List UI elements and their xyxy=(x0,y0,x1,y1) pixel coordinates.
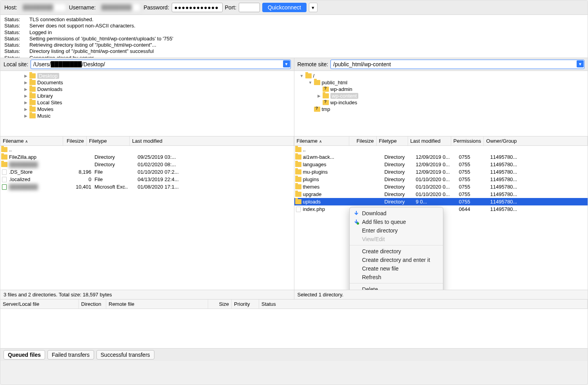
folder-icon xyxy=(29,80,36,85)
tree-item[interactable]: ▶Documents xyxy=(0,79,294,86)
folder-icon xyxy=(295,169,301,174)
remote-tree-panel: Remote site: ▼ ▼/▼public_htmlwp-admin▶wp… xyxy=(294,58,588,136)
tree-item[interactable]: ▼/ xyxy=(294,73,588,79)
username-label: Username: xyxy=(69,4,96,11)
tree-item[interactable]: ▶wp-content xyxy=(294,93,588,99)
ctx-refresh[interactable]: Refresh xyxy=(350,273,443,281)
chevron-down-icon[interactable]: ▼ xyxy=(283,60,290,67)
file-icon xyxy=(2,177,7,182)
download-icon xyxy=(354,211,359,216)
local-tree-panel: Local site: ▼ ▶Desktop▶Documents▶Downloa… xyxy=(0,58,294,136)
folder-icon xyxy=(29,107,36,112)
remote-file-header[interactable]: Filename ∧ Filesize Filetype Last modifi… xyxy=(294,136,588,146)
password-label: Password: xyxy=(143,4,169,11)
chevron-down-icon[interactable]: ▼ xyxy=(577,60,584,67)
ctx-mkdirenter[interactable]: Create directory and enter it xyxy=(350,256,443,264)
queue-col[interactable]: Direction xyxy=(79,300,106,309)
folder-icon xyxy=(29,73,36,78)
tree-item[interactable]: ▶Movies xyxy=(0,106,294,113)
ctx-enter[interactable]: Enter directory xyxy=(350,226,443,235)
table-row[interactable]: ████████Directory01/02/2020 08:... xyxy=(0,161,294,168)
folder-icon xyxy=(1,154,7,160)
tree-item[interactable]: ▶Library xyxy=(0,93,294,99)
local-path-input[interactable] xyxy=(31,60,290,69)
connection-toolbar: Host: Username: Password: Port: Quickcon… xyxy=(0,0,588,15)
table-row[interactable]: upgradeDirectory01/10/2020 0...075511495… xyxy=(294,191,588,198)
folder-icon xyxy=(29,87,36,92)
log-row: Status:Connection closed by server xyxy=(4,55,584,58)
local-file-header[interactable]: Filename ∧ Filesize Filetype Last modifi… xyxy=(0,136,294,146)
table-row[interactable]: .localized0File04/13/2019 22:4... xyxy=(0,176,294,183)
folder-icon xyxy=(323,93,329,98)
host-input[interactable] xyxy=(20,3,67,12)
table-row[interactable]: FileZilla.appDirectory09/25/2019 03:... xyxy=(0,153,294,161)
tree-item[interactable]: wp-includes xyxy=(294,99,588,106)
site-trees: Local site: ▼ ▶Desktop▶Documents▶Downloa… xyxy=(0,58,588,136)
ctx-mkdir[interactable]: Create directory xyxy=(350,247,443,256)
ctx-delete[interactable]: Delete xyxy=(350,285,443,290)
log-row: Status:Server does not support non-ASCII… xyxy=(4,23,584,29)
tree-item[interactable]: ▶Desktop xyxy=(0,73,294,79)
folder-icon xyxy=(29,113,36,118)
sort-asc-icon: ∧ xyxy=(25,139,28,143)
folder-icon xyxy=(295,147,301,152)
log-row: Status:Logged in xyxy=(4,29,584,36)
folder-icon xyxy=(295,192,301,197)
queue-col[interactable]: Status xyxy=(259,300,588,309)
password-input[interactable] xyxy=(172,3,223,12)
table-row[interactable]: ai1wm-back...Directory12/09/2019 0...075… xyxy=(294,153,588,161)
queue-col[interactable]: Remote file xyxy=(106,300,208,309)
tree-item[interactable]: ▼public_html xyxy=(294,79,588,86)
ctx-addqueue[interactable]: Add files to queue xyxy=(350,218,443,226)
message-log: Status:TLS connection established.Status… xyxy=(0,15,588,58)
folder-icon xyxy=(29,93,36,98)
tree-item[interactable]: wp-admin xyxy=(294,86,588,93)
folder-icon xyxy=(314,107,320,112)
remote-path-input[interactable] xyxy=(330,60,584,69)
table-row[interactable]: mu-pluginsDirectory12/09/2019 0...075511… xyxy=(294,168,588,176)
table-row[interactable]: ████████10,401Microsoft Exc..01/08/2020 … xyxy=(0,183,294,191)
folder-icon xyxy=(295,154,301,160)
table-row[interactable]: uploadsDirectory9 0...075511495780... xyxy=(294,198,588,205)
remote-file-list[interactable]: ..ai1wm-back...Directory12/09/2019 0...0… xyxy=(294,146,588,290)
local-site-label: Local site: xyxy=(4,61,28,67)
tab-successful-transfers[interactable]: Successful transfers xyxy=(96,350,154,360)
queue-header[interactable]: Server/Local fileDirectionRemote fileSiz… xyxy=(0,299,588,309)
username-input[interactable] xyxy=(98,3,141,12)
local-file-panel: Filename ∧ Filesize Filetype Last modifi… xyxy=(0,136,294,299)
local-file-list[interactable]: ..FileZilla.appDirectory09/25/2019 03:..… xyxy=(0,146,294,290)
tree-item[interactable]: ▶Downloads xyxy=(0,86,294,93)
quickconnect-button[interactable]: Quickconnect xyxy=(262,3,307,12)
table-row[interactable]: .DS_Store8,196File01/10/2020 07:2... xyxy=(0,168,294,176)
bottom-tabs: Queued files Failed transfers Successful… xyxy=(0,348,588,361)
table-row[interactable]: pluginsDirectory01/10/2020 0...075511495… xyxy=(294,176,588,183)
table-row[interactable]: .. xyxy=(294,146,588,153)
context-menu: DownloadAdd files to queueEnter director… xyxy=(349,207,443,290)
ctx-download[interactable]: Download xyxy=(350,209,443,218)
tree-item[interactable]: ▶Local Sites xyxy=(0,99,294,106)
port-input[interactable] xyxy=(239,3,260,12)
remote-site-label: Remote site: xyxy=(298,61,328,67)
table-row[interactable]: .. xyxy=(0,146,294,153)
tree-item[interactable]: ▶Music xyxy=(0,113,294,119)
tab-failed-transfers[interactable]: Failed transfers xyxy=(47,350,94,360)
folder-icon xyxy=(1,162,7,167)
log-row: Status:Setting permissions of '/public_h… xyxy=(4,36,584,42)
folder-icon xyxy=(295,184,301,189)
remote-tree[interactable]: ▼/▼public_htmlwp-admin▶wp-contentwp-incl… xyxy=(294,71,588,136)
tab-queued-files[interactable]: Queued files xyxy=(4,350,45,360)
table-row[interactable]: themesDirectory01/10/2020 0...0755114957… xyxy=(294,183,588,191)
port-label: Port: xyxy=(225,4,237,11)
ctx-newfile[interactable]: Create new file xyxy=(350,264,443,273)
table-row[interactable]: languagesDirectory12/09/2019 0...0755114… xyxy=(294,161,588,168)
log-row: Status:Directory listing of "/public_htm… xyxy=(4,48,584,54)
queue-col[interactable]: Server/Local file xyxy=(0,300,79,309)
ctx-view[interactable]: View/Edit xyxy=(350,235,443,243)
folder-icon xyxy=(295,162,301,167)
quickconnect-history-dropdown[interactable]: ▾ xyxy=(309,3,318,12)
local-tree[interactable]: ▶Desktop▶Documents▶Downloads▶Library▶Loc… xyxy=(0,71,294,136)
queue-col[interactable]: Priority xyxy=(232,300,259,309)
log-row: Status:TLS connection established. xyxy=(4,16,584,23)
tree-item[interactable]: tmp xyxy=(294,106,588,113)
queue-col[interactable]: Size xyxy=(208,300,232,309)
